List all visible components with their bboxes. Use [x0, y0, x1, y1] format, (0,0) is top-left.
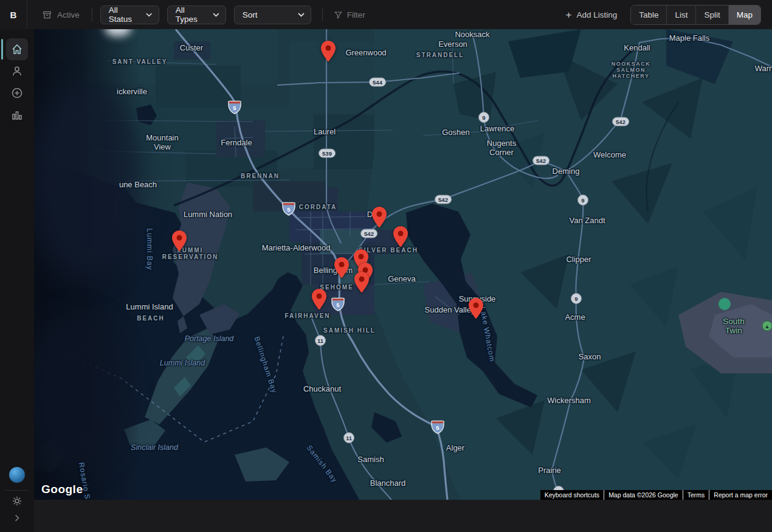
listing-map-pin[interactable] — [354, 272, 369, 292]
view-toggle-split[interactable]: Split — [695, 5, 728, 24]
sidebar-item-home[interactable] — [6, 38, 28, 60]
svg-text:5: 5 — [336, 302, 340, 308]
route-shield: 9 — [571, 293, 582, 304]
view-toggle-map[interactable]: Map — [728, 5, 760, 24]
attribution-item[interactable]: Map data ©2026 Google — [604, 490, 683, 500]
user-avatar[interactable] — [9, 467, 25, 483]
route-shield: 542 — [612, 117, 629, 126]
app-logo: B — [0, 10, 27, 20]
interstate-shield: 5 — [282, 201, 295, 216]
route-shield: 544 — [369, 78, 386, 87]
person-icon — [11, 65, 23, 77]
plus-circle-icon — [11, 87, 23, 99]
add-listing-button[interactable]: + Add Listing — [565, 10, 617, 20]
chevron-down-icon — [213, 13, 219, 17]
add-listing-label: Add Listing — [576, 10, 617, 19]
funnel-icon — [334, 10, 343, 19]
toolbar-divider — [92, 8, 92, 21]
listing-map-pin[interactable] — [334, 257, 349, 278]
type-select[interactable]: All Types — [167, 5, 226, 24]
status-select[interactable]: All Status — [100, 5, 159, 24]
toolbar-divider — [322, 8, 323, 21]
interstate-shield: 5 — [431, 420, 444, 434]
sidebar-item-analytics[interactable] — [6, 104, 28, 126]
listing-map-pin[interactable] — [172, 230, 187, 251]
route-shield: 542 — [360, 229, 377, 238]
active-filter-label: Active — [57, 10, 80, 19]
chevron-down-icon — [298, 13, 305, 17]
google-logo[interactable]: Google — [41, 483, 83, 496]
svg-text:5: 5 — [287, 206, 291, 213]
listing-map-pin[interactable] — [312, 289, 326, 309]
sort-select[interactable]: Sort — [234, 5, 311, 24]
listing-map-pin[interactable] — [372, 207, 387, 227]
route-shield: 539 — [319, 149, 336, 158]
map-terrain — [34, 29, 772, 500]
plus-icon: + — [565, 10, 571, 20]
route-shield: 542 — [532, 156, 550, 165]
filter-label: Filter — [347, 10, 365, 19]
expand-sidebar-button[interactable] — [6, 507, 28, 529]
sidebar-item-contacts[interactable] — [6, 60, 28, 82]
svg-text:5: 5 — [436, 424, 439, 431]
listing-map-pin[interactable] — [321, 41, 336, 61]
chevron-down-icon — [146, 13, 152, 17]
route-shield: 9 — [577, 195, 588, 206]
home-icon — [11, 43, 23, 55]
map-canvas[interactable]: 555554453954254254254299991111▲ CusterGr… — [34, 29, 772, 500]
top-toolbar: B Active All Status All Types Sort — [0, 0, 772, 29]
bar-chart-icon — [11, 109, 23, 121]
attribution-item[interactable]: Keyboard shortcuts — [540, 490, 604, 500]
view-toggle-table[interactable]: Table — [631, 5, 666, 24]
map-attribution-bar: Keyboard shortcutsMap data ©2026 GoogleT… — [540, 490, 772, 500]
sort-select-value: Sort — [243, 10, 258, 19]
view-toggle-group: TableListSplitMap — [630, 5, 761, 25]
active-indicator — [1, 39, 3, 60]
listing-map-pin[interactable] — [393, 226, 408, 247]
route-shield: 11 — [315, 335, 326, 346]
listing-map-pin[interactable] — [469, 298, 483, 319]
toolbar-divider — [27, 0, 27, 29]
route-shield: 9 — [478, 112, 489, 123]
interstate-shield: 5 — [331, 297, 345, 311]
left-sidebar — [0, 29, 34, 532]
interstate-shield: 5 — [228, 100, 241, 114]
sun-icon — [12, 496, 22, 506]
route-shield: 542 — [435, 195, 452, 204]
park-icon: ▲ — [762, 321, 772, 331]
archive-icon — [42, 10, 52, 20]
sidebar-item-add[interactable] — [6, 82, 28, 104]
attribution-item[interactable]: Report a map error — [709, 490, 772, 500]
svg-text:5: 5 — [233, 105, 236, 111]
app-root: B Active All Status All Types Sort — [0, 0, 772, 532]
status-select-value: All Status — [109, 5, 142, 24]
type-select-value: All Types — [176, 5, 208, 24]
filter-button[interactable]: Filter — [334, 10, 365, 19]
view-toggle-list[interactable]: List — [666, 5, 695, 24]
attribution-item[interactable]: Terms — [683, 490, 709, 500]
active-filter-button[interactable]: Active — [42, 10, 80, 20]
chevron-right-icon — [12, 513, 22, 523]
route-shield: 11 — [343, 432, 354, 443]
